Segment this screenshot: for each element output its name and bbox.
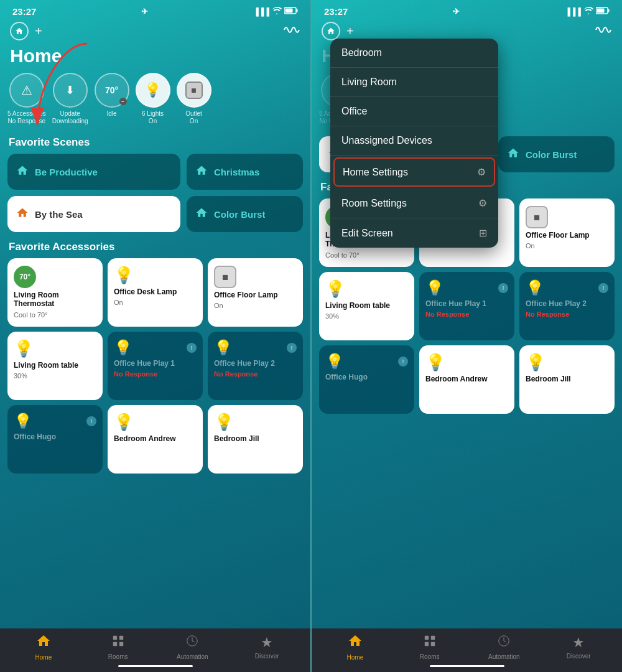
dropdown-unassigned[interactable]: Unassigned Devices [330, 126, 498, 156]
acc-hue-play-1-right[interactable]: 💡 ! Office Hue Play 1 No Response [419, 272, 514, 340]
status-icons-right: ▐▐▐ [565, 7, 610, 16]
update-label: UpdateDownloading [52, 110, 88, 125]
svg-rect-7 [119, 642, 123, 646]
summary-item-temp[interactable]: 70° − Idle [95, 73, 129, 125]
acc-status-floor-lamp-right: On [526, 242, 608, 250]
home-indicator-right [430, 665, 504, 667]
alert-label: 5 AccessoriesNo Response [7, 110, 46, 125]
scene-by-the-sea[interactable]: By the Sea [7, 196, 180, 232]
acc-desk-lamp-left[interactable]: 💡 Office Desk Lamp On [108, 258, 203, 327]
acc-hue-play-1-left[interactable]: 💡 ! Office Hue Play 1 No Response [108, 332, 203, 400]
acc-name-hue1-left: Office Hue Play 1 [114, 359, 197, 368]
svg-rect-14 [424, 642, 428, 646]
scene-label-be-productive: Be Productive [35, 167, 98, 177]
tab-home-right[interactable]: Home [318, 633, 392, 661]
scene-christmas[interactable]: Christmas [187, 154, 303, 190]
acc-table-lamp-right[interactable]: 💡 Living Room table 30% [319, 272, 414, 340]
app-header-left: + [0, 19, 310, 44]
tab-automation-right[interactable]: Automation [467, 634, 542, 660]
home-tab-label-right: Home [347, 654, 364, 661]
acc-name-jill-right: Bedroom Jill [526, 375, 608, 383]
automation-tab-icon-right [497, 634, 511, 651]
tab-discover-right[interactable]: ★ Discover [541, 635, 616, 660]
dropdown-edit-screen[interactable]: Edit Screen ⊞ [330, 218, 498, 248]
dropdown-office[interactable]: Office [330, 97, 498, 126]
battery-icon-left [284, 7, 298, 16]
hue2-alert-icon-right: ! [598, 283, 608, 293]
dropdown-bedroom[interactable]: Bedroom [330, 39, 498, 68]
plus-button-left[interactable]: + [35, 24, 42, 39]
acc-status-table-right: 30% [325, 312, 408, 320]
acc-floor-lamp-left[interactable]: ⏹ Office Floor Lamp On [208, 258, 303, 327]
lamp-dim-icon-left: 💡 [14, 339, 96, 358]
home-icon-btn-right[interactable] [322, 22, 340, 40]
dropdown-office-label: Office [341, 106, 368, 117]
home-settings-gear-icon: ⚙ [477, 166, 486, 178]
tab-home-left[interactable]: Home [6, 633, 81, 661]
svg-rect-2 [285, 9, 292, 13]
summary-item-update[interactable]: ⬇ UpdateDownloading [52, 73, 88, 125]
home-icon-btn-left[interactable] [10, 22, 29, 40]
acc-jill-right[interactable]: 💡 Bedroom Jill [519, 345, 615, 414]
hue1-alert-icon-left: ! [187, 343, 197, 353]
scene-be-productive[interactable]: Be Productive [7, 154, 180, 190]
app-title-left: Home [0, 44, 310, 73]
home-tab-icon-left [36, 633, 51, 652]
summary-item-alert[interactable]: ⚠ 5 AccessoriesNo Response [7, 73, 46, 125]
scene-color-burst-right[interactable]: Color Burst [498, 136, 615, 172]
acc-hue-play-2-right[interactable]: 💡 ! Office Hue Play 2 No Response [519, 272, 615, 340]
jill-lamp-icon-left: 💡 [214, 413, 297, 432]
alert-circle: ⚠ [9, 73, 44, 108]
favorite-scenes-title-left: Favorite Scenes [0, 134, 310, 154]
status-icons-left: ▐▐▐ [253, 7, 298, 16]
wifi-icon-right [583, 7, 593, 16]
acc-hugo-left[interactable]: 💡 ! Office Hugo [7, 405, 103, 474]
jill-lamp-icon-right: 💡 [526, 353, 608, 372]
acc-status-hue2-left: No Response [214, 370, 297, 378]
tab-rooms-right[interactable]: Rooms [392, 634, 467, 660]
scene-burst-icon [195, 207, 208, 222]
hue1-lamp-icon-right: 💡 [425, 279, 444, 297]
summary-row-left: ⚠ 5 AccessoriesNo Response ⬇ UpdateDownl… [0, 73, 310, 134]
acc-hugo-right[interactable]: 💡 ! Office Hugo [319, 345, 414, 414]
acc-status-hue1-left: No Response [114, 370, 197, 378]
acc-hue-play-2-left[interactable]: 💡 ! Office Hue Play 2 No Response [208, 332, 303, 400]
summary-item-lights[interactable]: 💡 6 LightsOn [136, 73, 170, 125]
automation-tab-label-right: Automation [488, 653, 520, 660]
status-bar-right: 23:27 ✈ ▐▐▐ [312, 0, 622, 19]
rooms-tab-label-left: Rooms [108, 653, 128, 660]
discover-tab-icon-right: ★ [572, 635, 585, 651]
acc-jill-left[interactable]: 💡 Bedroom Jill [208, 405, 303, 474]
tab-discover-left[interactable]: ★ Discover [230, 635, 304, 660]
room-settings-gear-icon: ⚙ [478, 197, 487, 209]
scene-color-burst[interactable]: Color Burst [187, 196, 303, 232]
dropdown-living-room[interactable]: Living Room [330, 68, 498, 97]
dropdown-home-settings[interactable]: Home Settings ⚙ [333, 157, 495, 187]
acc-andrew-right[interactable]: 💡 Bedroom Andrew [419, 345, 514, 414]
automation-tab-label-left: Automation [177, 653, 208, 660]
dropdown-room-settings[interactable]: Room Settings ⚙ [330, 189, 498, 218]
plus-button-right[interactable]: + [346, 24, 354, 39]
acc-name-floor-lamp-right: Office Floor Lamp [526, 231, 608, 240]
acc-floor-lamp-right[interactable]: ⏹ Office Floor Lamp On [519, 198, 615, 267]
scene-label-christmas: Christmas [214, 167, 259, 177]
update-circle: ⬇ [53, 73, 88, 108]
temp-label: Idle [106, 110, 116, 118]
acc-name-jill-left: Bedroom Jill [214, 434, 297, 443]
scene-label-by-the-sea: By the Sea [35, 209, 83, 220]
acc-name-hue1-right: Office Hue Play 1 [425, 299, 508, 308]
discover-tab-label-right: Discover [567, 653, 591, 660]
scene-sea-icon [16, 207, 29, 222]
summary-item-outlet[interactable]: ⏹ OutletOn [177, 73, 211, 125]
acc-thermostat-left[interactable]: 70° Living Room Thermostat Cool to 70° [7, 258, 103, 327]
tab-bar-left: Home Rooms Automation ★ Discover [0, 628, 310, 672]
tab-rooms-left[interactable]: Rooms [81, 634, 156, 660]
svg-rect-6 [113, 642, 116, 646]
acc-table-lamp-left[interactable]: 💡 Living Room table 30% [7, 332, 103, 400]
acc-status-hue2-right: No Response [526, 310, 608, 318]
status-time-right: 23:27 [324, 6, 348, 17]
tab-automation-left[interactable]: Automation [156, 634, 230, 660]
home-tab-icon-right [348, 633, 363, 652]
acc-andrew-left[interactable]: 💡 Bedroom Andrew [108, 405, 203, 474]
status-bar-left: 23:27 ✈ ▐▐▐ [0, 0, 310, 19]
